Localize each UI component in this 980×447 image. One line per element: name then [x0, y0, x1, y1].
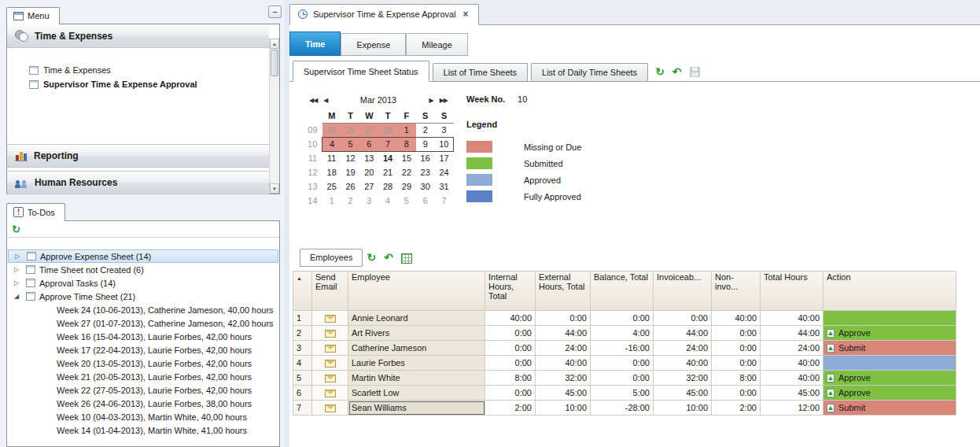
employee-name-cell[interactable]: Annie Leonard [348, 311, 485, 326]
calendar-day[interactable]: 1 [322, 194, 341, 208]
tab-time[interactable]: Time [289, 31, 341, 56]
close-tab-icon[interactable]: × [462, 9, 470, 20]
calendar-day[interactable]: 27 [359, 123, 378, 137]
calendar-day[interactable]: 6 [359, 137, 378, 151]
scroll-up-icon[interactable]: ▲ [270, 39, 279, 49]
employee-name-cell[interactable]: Laurie Forbes [348, 356, 485, 371]
save-icon[interactable] [690, 67, 700, 77]
calendar-day[interactable]: 15 [397, 151, 416, 165]
calendar-day[interactable]: 9 [416, 137, 435, 151]
col-employee[interactable]: Employee [348, 272, 485, 311]
tab-employees[interactable]: Employees [300, 249, 363, 267]
calendar-day[interactable]: 26 [341, 123, 360, 137]
last-month-icon[interactable]: ▶▶ [437, 97, 451, 104]
menu-item-time-expenses[interactable]: Time & Expenses [7, 63, 269, 77]
todo-week-item[interactable]: Week 17 (22-04-2013), Laurie Forbes, 42,… [8, 343, 278, 356]
col-external-hours[interactable]: External Hours, Total [536, 272, 591, 311]
calendar-day[interactable]: 13 [359, 151, 378, 165]
todo-week-item[interactable]: Week 21 (20-05-2013), Laurie Forbes, 42,… [8, 370, 278, 383]
calendar-day[interactable]: 22 [397, 165, 416, 179]
tab-list-of-daily-time-sheets[interactable]: List of Daily Time Sheets [531, 63, 648, 81]
calendar-day[interactable]: 18 [322, 165, 341, 179]
calendar-day[interactable]: 2 [416, 123, 435, 137]
refresh-icon[interactable]: ↻ [12, 224, 20, 235]
send-email-cell[interactable] [312, 386, 348, 401]
send-email-cell[interactable] [312, 356, 348, 371]
tab-mileage[interactable]: Mileage [406, 33, 468, 56]
first-month-icon[interactable]: ◀◀ [306, 97, 320, 104]
col-non-invoiceable[interactable]: Non-invo... [712, 272, 761, 311]
col-invoiceable[interactable]: Invoiceab... [654, 272, 712, 311]
calendar-day[interactable]: 11 [322, 151, 341, 165]
calendar-day[interactable]: 28 [378, 123, 397, 137]
todo-week-item[interactable]: Week 27 (01-07-2013), Catherine Jameson,… [8, 316, 278, 330]
employee-name-cell[interactable]: Martin White [348, 371, 485, 386]
action-cell-approve[interactable]: Approve [823, 326, 956, 341]
col-balance[interactable]: Balance, Total [591, 272, 654, 311]
calendar-day-today[interactable]: 14 [378, 151, 397, 165]
scroll-down-icon[interactable]: ▼ [270, 183, 279, 194]
action-cell-approve[interactable]: Approve [823, 371, 956, 386]
prev-month-icon[interactable]: ◀ [320, 97, 330, 104]
next-month-icon[interactable]: ▶ [426, 97, 437, 104]
expander-icon[interactable]: ▷ [15, 253, 23, 260]
calendar-day[interactable]: 21 [378, 165, 397, 179]
calendar-day[interactable]: 23 [416, 165, 435, 179]
undo-icon[interactable]: ↶ [672, 66, 682, 77]
col-total-hours[interactable]: Total Hours [761, 272, 823, 311]
calendar-day[interactable]: 17 [435, 151, 454, 165]
calendar-day[interactable]: 27 [359, 179, 378, 194]
employee-name-cell[interactable]: Catherine Jameson [348, 341, 485, 356]
undo-icon[interactable]: ↶ [384, 252, 393, 263]
group-header-human-resources[interactable]: Human Resources [7, 171, 269, 194]
calendar-day[interactable]: 2 [341, 194, 360, 208]
expander-icon[interactable]: ◢ [14, 293, 22, 300]
menu-scrollbar[interactable]: ▲ ▼ [269, 39, 279, 194]
tab-supervisor-time-sheet-status[interactable]: Supervisor Time Sheet Status [293, 61, 429, 82]
calendar-day[interactable]: 16 [416, 151, 435, 165]
employee-name-cell-selected[interactable]: Sean Williams [348, 401, 485, 416]
tab-menu[interactable]: Menu [6, 7, 60, 24]
todo-week-item[interactable]: Week 10 (04-03-2013), Martin White, 40,0… [8, 410, 278, 423]
calendar-day[interactable]: 8 [397, 137, 416, 151]
calendar-day[interactable]: 4 [322, 137, 341, 151]
calendar-day[interactable]: 12 [341, 151, 360, 165]
calendar-day[interactable]: 4 [378, 194, 397, 208]
calendar-title[interactable]: Mar 2013 [330, 95, 426, 105]
todo-week-item[interactable]: Week 20 (13-05-2013), Laurie Forbes, 42,… [8, 356, 278, 370]
grid-view-icon[interactable] [401, 253, 412, 264]
calendar-day[interactable]: 25 [322, 123, 341, 137]
calendar-day[interactable]: 25 [322, 179, 341, 194]
tab-expense[interactable]: Expense [341, 33, 406, 56]
send-email-cell[interactable] [312, 401, 348, 416]
todo-item-approval-tasks[interactable]: ▷ Approval Tasks (14) [8, 276, 278, 290]
refresh-icon[interactable]: ↻ [655, 66, 665, 77]
todo-week-item[interactable]: Week 14 (01-04-2013), Martin White, 41,0… [8, 423, 278, 437]
action-cell[interactable] [823, 311, 956, 326]
group-header-time-expenses[interactable]: Time & Expenses [7, 24, 269, 48]
calendar-day[interactable]: 30 [416, 179, 435, 194]
calendar-day[interactable]: 29 [397, 179, 416, 194]
document-tab-supervisor-approval[interactable]: Supervisor Time & Expense Approval × [289, 4, 479, 25]
menu-item-supervisor-approval[interactable]: Supervisor Time & Expense Approval [7, 77, 269, 91]
collapse-panel-button[interactable]: – [268, 6, 282, 18]
send-email-cell[interactable] [312, 326, 348, 341]
scrollbar-thumb[interactable] [271, 50, 278, 76]
tab-list-of-time-sheets[interactable]: List of Time Sheets [433, 63, 529, 81]
col-internal-hours[interactable]: Internal Hours, Total [485, 272, 536, 311]
row-selector-header[interactable]: ▲ [293, 272, 312, 311]
todo-week-item[interactable]: Week 24 (10-06-2013), Catherine Jameson,… [8, 303, 278, 316]
calendar-day[interactable]: 3 [359, 194, 378, 208]
send-email-cell[interactable] [312, 311, 348, 326]
action-cell-submit[interactable]: Submit [823, 401, 956, 416]
calendar-day[interactable]: 24 [435, 165, 454, 179]
action-cell-approve[interactable]: Approve [823, 386, 956, 401]
calendar-day[interactable]: 31 [435, 179, 454, 194]
send-email-cell[interactable] [312, 341, 348, 356]
todo-item-timesheet-not-created[interactable]: ▷ Time Sheet not Created (6) [8, 263, 278, 276]
expander-icon[interactable]: ▷ [14, 266, 22, 273]
calendar-day[interactable]: 26 [341, 179, 360, 194]
tab-todos[interactable]: To-Dos [6, 203, 65, 221]
calendar-day[interactable]: 7 [378, 137, 397, 151]
calendar-day[interactable]: 10 [435, 137, 454, 151]
